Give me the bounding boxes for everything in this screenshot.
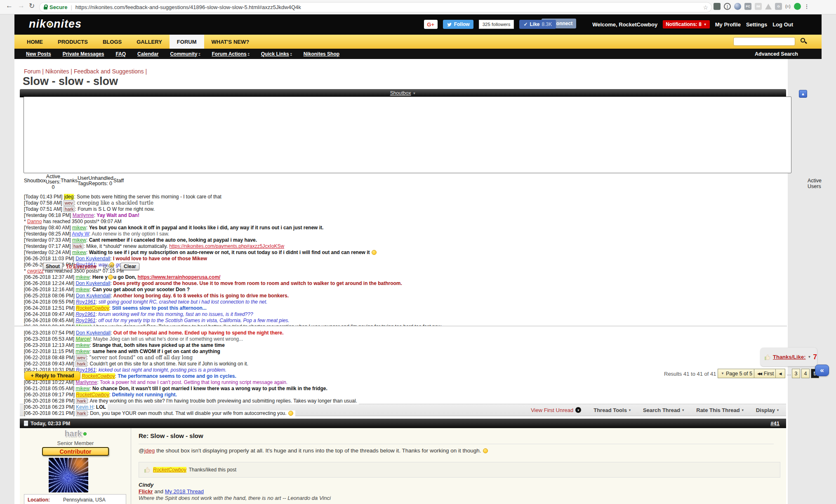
flickr-link[interactable]: Flickr bbox=[139, 488, 153, 495]
thanks-like-label[interactable]: Thanks/Like: bbox=[773, 354, 805, 360]
shoutbox-input[interactable] bbox=[24, 97, 791, 173]
subnav-item-quick-links[interactable]: Quick Links▾ bbox=[261, 51, 292, 57]
shout-link[interactable]: https://nikonites.com/payments.php#axzz5… bbox=[169, 243, 284, 249]
shout-user-link[interactable]: hark bbox=[72, 243, 83, 249]
shout-user-link[interactable]: RocketCowboy bbox=[82, 373, 115, 379]
subnav-item-faq[interactable]: FAQ bbox=[115, 51, 126, 57]
nav-item-home[interactable]: HOME bbox=[19, 35, 50, 49]
shout-user-link[interactable]: mikew bbox=[72, 225, 86, 231]
fc-extension-icon[interactable]: FC bbox=[744, 3, 751, 10]
search-icon[interactable] bbox=[801, 38, 805, 42]
shout-user-link[interactable]: RocketCowboy bbox=[76, 305, 109, 311]
subnav-item-new-posts[interactable]: New Posts bbox=[26, 51, 51, 57]
post-username[interactable]: hark bbox=[20, 429, 131, 438]
shout-user-link[interactable]: Marcel bbox=[75, 336, 90, 342]
shout-user-link[interactable]: Roy1961 bbox=[75, 318, 95, 323]
shout-user-link[interactable]: mikew bbox=[75, 287, 89, 292]
nav-item-whatsnew[interactable]: WHAT'S NEW? bbox=[204, 35, 257, 49]
shout-user-link[interactable]: Danno bbox=[27, 219, 42, 224]
reload-icon[interactable]: ↻ bbox=[29, 2, 35, 10]
shout-user-link[interactable]: RocketCowboy bbox=[76, 392, 109, 398]
toolbar-thread-tools[interactable]: Thread Tools▾ bbox=[593, 407, 631, 413]
notifications-button[interactable]: Notifications: 8▼ bbox=[663, 20, 710, 28]
nav-item-forum[interactable]: FORUM bbox=[170, 35, 204, 49]
shout-user-link[interactable]: Roy1961 bbox=[75, 311, 95, 317]
shout-user-link[interactable]: mikew bbox=[75, 386, 89, 391]
advanced-search-link[interactable]: Advanced Search bbox=[755, 51, 798, 57]
shout-user-link[interactable]: jdeg bbox=[64, 194, 74, 200]
clear-button[interactable]: Clear bbox=[120, 263, 139, 270]
avatar[interactable] bbox=[49, 458, 88, 492]
g-extension-icon[interactable]: G bbox=[775, 3, 782, 10]
breadcrumb-forum[interactable]: Forum bbox=[24, 68, 45, 75]
twitter-follow-button[interactable]: Follow bbox=[443, 20, 473, 29]
shout-user-link[interactable]: mikew bbox=[75, 342, 89, 348]
subnav-item-community[interactable]: Community▾ bbox=[170, 51, 200, 57]
facebook-like-button[interactable]: ✓Like8.3K bbox=[519, 20, 556, 29]
shout-link[interactable]: https://www.terrainhopperusa.com/ bbox=[137, 274, 220, 280]
google-plus-button[interactable]: G+ bbox=[424, 20, 438, 29]
nav-item-gallery[interactable]: GALLERY bbox=[129, 35, 170, 49]
thanks-like-box[interactable]: Thanks/Like: ▼ 7 bbox=[761, 348, 817, 366]
nav-item-products[interactable]: PRODUCTS bbox=[50, 35, 95, 49]
circle-extension-icon[interactable]: | bbox=[724, 3, 731, 10]
shout-button[interactable]: Shout bbox=[43, 263, 63, 270]
shout-user-link[interactable]: mikew bbox=[72, 237, 86, 243]
shout-user-link[interactable]: Don Kuykendall bbox=[75, 256, 110, 261]
first-page-button[interactable]: ◀◀First bbox=[754, 369, 777, 378]
page-select-button[interactable]: ▼Page 5 of 5 bbox=[718, 369, 756, 378]
shoutbox-title[interactable]: Shoutbox bbox=[390, 90, 411, 96]
mention-link[interactable]: jdeg bbox=[144, 447, 155, 454]
toolbar-view-first-unread[interactable]: View First Unread▼ bbox=[531, 407, 581, 413]
shout-user-link[interactable]: cwgrizz bbox=[27, 268, 44, 274]
shout-user-link[interactable]: wev bbox=[64, 200, 74, 206]
thanks-user-link[interactable]: RocketCowboy bbox=[153, 467, 186, 473]
shout-user-link[interactable]: Roy1961 bbox=[76, 299, 96, 305]
page-button-4[interactable]: 4 bbox=[801, 369, 810, 378]
reply-to-thread-button[interactable]: + Reply to Thread bbox=[24, 371, 80, 380]
toolbar-search-thread[interactable]: Search Thread▾ bbox=[643, 407, 684, 413]
collapse-up-button[interactable]: ▲ bbox=[799, 90, 807, 98]
settings-link[interactable]: Settings bbox=[746, 21, 767, 28]
drive-extension-icon[interactable] bbox=[765, 4, 772, 9]
forward-icon[interactable]: → bbox=[18, 2, 25, 10]
address-bar[interactable]: Secure | https://nikonites.com/feedback-… bbox=[39, 2, 712, 12]
shout-user-link[interactable]: mikew bbox=[75, 274, 89, 280]
shout-user-link[interactable]: Kevin H bbox=[76, 404, 93, 410]
prev-page-button[interactable]: ◀ bbox=[775, 369, 785, 378]
shout-user-link[interactable]: Don Kuykendall bbox=[75, 280, 110, 286]
shout-user-link[interactable]: mikew bbox=[75, 349, 89, 354]
toolbar-display[interactable]: Display▾ bbox=[756, 407, 779, 413]
shout-user-link[interactable]: Don Kuykendall bbox=[76, 330, 111, 336]
shoutbox-header[interactable]: Shoutbox ▼ bbox=[20, 89, 786, 97]
shout-user-link[interactable]: Marilynne bbox=[75, 379, 97, 385]
subnav-item-calendar[interactable]: Calendar bbox=[137, 51, 158, 57]
evernote-icon[interactable] bbox=[714, 3, 721, 10]
shout-user-link[interactable]: Don Kuykendall bbox=[76, 293, 111, 299]
back-icon[interactable]: ← bbox=[6, 2, 13, 10]
menu-extension-icon[interactable]: (≡) bbox=[785, 3, 791, 10]
subnav-item-forum-actions[interactable]: Forum Actions▾ bbox=[212, 51, 249, 57]
site-logo[interactable]: niknites bbox=[29, 18, 82, 31]
double-chevron-left-button[interactable]: « bbox=[815, 365, 829, 376]
shout-user-link[interactable]: Andy W bbox=[72, 231, 89, 237]
shout-user-link[interactable]: mikew bbox=[72, 250, 86, 255]
shout-user-link[interactable]: Marilynne bbox=[73, 212, 94, 218]
shout-user-link[interactable]: hark bbox=[76, 410, 87, 416]
my-thread-link[interactable]: My 2018 Thread bbox=[165, 488, 204, 495]
shout-user-link[interactable]: hark bbox=[76, 398, 87, 404]
shout-user-link[interactable]: hark bbox=[64, 206, 75, 212]
page-button-3[interactable]: 3 bbox=[792, 369, 800, 378]
breadcrumb-section[interactable]: Feedback and Suggestions bbox=[74, 68, 147, 75]
bookmark-star-icon[interactable]: ☆ bbox=[703, 4, 708, 11]
shout-user-link[interactable]: wev bbox=[76, 355, 87, 360]
globe-extension-icon[interactable] bbox=[734, 3, 741, 10]
post-number-link[interactable]: #41 bbox=[770, 420, 779, 426]
im-extension-icon[interactable]: IM bbox=[755, 3, 762, 10]
search-input[interactable] bbox=[733, 37, 795, 46]
browser-menu-icon[interactable]: ⋮ bbox=[804, 3, 810, 10]
hangouts-icon[interactable] bbox=[794, 3, 801, 10]
my-profile-link[interactable]: My Profile bbox=[715, 21, 741, 28]
logout-link[interactable]: Log Out bbox=[772, 21, 793, 28]
nav-item-blogs[interactable]: BLOGS bbox=[95, 35, 129, 49]
